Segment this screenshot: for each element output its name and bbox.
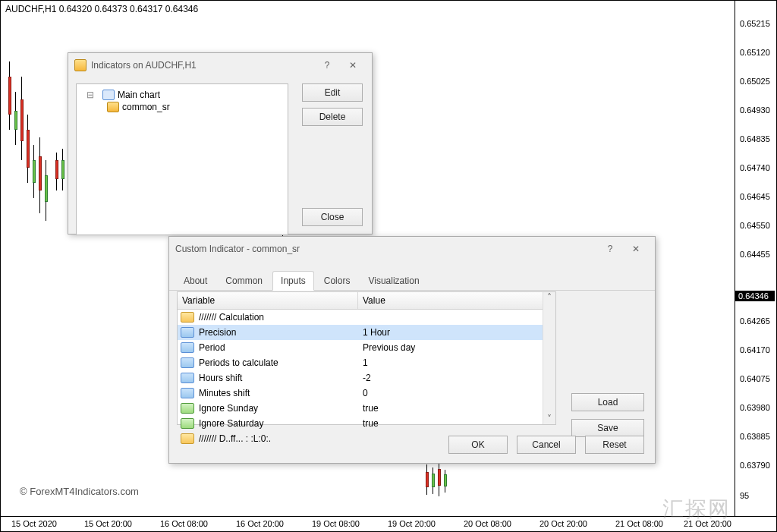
price-tick: 0.64645	[740, 192, 770, 201]
price-tick: 0.63980	[740, 403, 770, 412]
chart-icon	[102, 90, 115, 100]
type-icon	[181, 312, 194, 323]
price-tick: 0.64740	[740, 163, 770, 172]
cell-variable: Ignore Sunday	[197, 403, 360, 414]
price-tick: 0.65215	[740, 19, 770, 28]
scroll-up-icon[interactable]: ˄	[547, 292, 552, 303]
titlebar[interactable]: Indicators on AUDCHF,H1 ? ✕	[68, 53, 372, 77]
type-icon	[181, 373, 194, 383]
help-button[interactable]: ?	[597, 240, 623, 258]
inputs-grid[interactable]: Variable Value /////// CalculationPrecis…	[177, 291, 556, 425]
cell-value[interactable]: 1	[360, 357, 555, 368]
tab-common[interactable]: Common	[217, 271, 271, 291]
price-tick: 0.63885	[740, 432, 770, 441]
indicator-tree[interactable]: ⊟ Main chart common_sr	[76, 83, 288, 235]
cell-value[interactable]: true	[360, 418, 555, 429]
price-tick: 0.64455	[740, 250, 770, 259]
cancel-button[interactable]: Cancel	[517, 436, 576, 454]
type-icon	[181, 342, 194, 353]
cell-variable: Precision	[197, 327, 360, 338]
tab-bar: About Common Inputs Colors Visualization	[169, 270, 655, 291]
price-tick: 0.64930	[740, 105, 770, 115]
copyright-label: © ForexMT4Indicators.com	[20, 486, 139, 497]
price-tick: 0.64265	[740, 316, 770, 326]
price-tick: 0.64550	[740, 221, 770, 230]
edit-button[interactable]: Edit	[302, 83, 363, 102]
type-icon	[181, 388, 194, 398]
table-row[interactable]: PeriodPrevious day	[178, 340, 555, 355]
col-value[interactable]: Value	[358, 292, 555, 309]
price-tick: 0.63790	[740, 461, 770, 470]
close-icon[interactable]: ✕	[340, 56, 366, 74]
help-button[interactable]: ?	[314, 56, 340, 74]
tree-item[interactable]: common_sr	[81, 101, 283, 113]
close-icon[interactable]: ✕	[623, 240, 649, 258]
cell-value[interactable]: -2	[360, 373, 555, 383]
price-tick: 0.65025	[740, 77, 770, 86]
custom-indicator-dialog[interactable]: Custom Indicator - common_sr ? ✕ About C…	[168, 236, 656, 464]
cell-value[interactable]: true	[360, 403, 555, 414]
price-axis: 0.65215 0.65120 0.65025 0.64930 0.64835 …	[735, 1, 776, 516]
price-tick: 0.65120	[740, 48, 770, 57]
scrollbar[interactable]: ˄ ˅	[543, 292, 555, 424]
table-row[interactable]: /////// Calculation	[178, 310, 555, 325]
table-row[interactable]: Precision1 Hour	[178, 325, 555, 340]
dialog-title: Custom Indicator - common_sr	[175, 244, 300, 254]
delete-button[interactable]: Delete	[302, 108, 363, 126]
price-tick: 0.64835	[740, 134, 770, 143]
time-axis: 15 Oct 2020 15 Oct 20:00 16 Oct 08:00 16…	[1, 516, 776, 531]
reset-button[interactable]: Reset	[585, 436, 644, 454]
table-row[interactable]: Hours shift-2	[178, 370, 555, 386]
grid-header: Variable Value	[178, 292, 555, 310]
type-icon	[181, 403, 194, 414]
indicators-dialog[interactable]: Indicators on AUDCHF,H1 ? ✕ ⊟ Main chart…	[68, 52, 373, 235]
cell-value[interactable]: 1 Hour	[360, 327, 555, 338]
col-variable[interactable]: Variable	[178, 292, 358, 309]
cell-variable: Periods to calculate	[197, 357, 360, 368]
cell-variable: Ignore Saturday	[197, 418, 360, 429]
titlebar[interactable]: Custom Indicator - common_sr ? ✕	[169, 237, 655, 261]
watermark: 汇探网	[662, 495, 731, 524]
chart-symbol-label: AUDCHF,H1 0.64320 0.64373 0.64317 0.6434…	[5, 4, 198, 14]
save-button[interactable]: Save	[571, 419, 644, 437]
tree-item-label: common_sr	[122, 102, 170, 112]
indicator-icon	[107, 102, 119, 112]
ok-button[interactable]: OK	[448, 436, 508, 454]
tab-visualization[interactable]: Visualization	[360, 271, 427, 291]
tree-root[interactable]: ⊟ Main chart	[81, 89, 283, 101]
time-tick: 16 Oct 20:00	[236, 519, 284, 528]
load-button[interactable]: Load	[571, 393, 644, 411]
dialog-icon	[74, 59, 87, 71]
time-tick: 20 Oct 20:00	[539, 519, 587, 528]
collapse-icon[interactable]: ⊟	[81, 90, 99, 100]
type-icon	[181, 327, 194, 338]
time-tick: 20 Oct 08:00	[464, 519, 511, 528]
table-row[interactable]: Minutes shift0	[178, 386, 555, 401]
table-row[interactable]: Ignore Saturdaytrue	[178, 416, 555, 431]
close-button[interactable]: Close	[302, 208, 363, 226]
type-icon	[181, 433, 194, 444]
tab-about[interactable]: About	[175, 271, 215, 291]
tree-root-label: Main chart	[118, 90, 160, 100]
cell-variable: /////// Calculation	[197, 312, 360, 323]
cell-value[interactable]: 0	[360, 388, 555, 398]
dialog-title: Indicators on AUDCHF,H1	[91, 60, 197, 71]
cell-variable: Hours shift	[197, 373, 360, 383]
price-tick: 95	[740, 491, 749, 500]
time-tick: 15 Oct 20:00	[84, 519, 132, 528]
time-tick: 15 Oct 2020	[11, 519, 57, 528]
type-icon	[181, 357, 194, 368]
scroll-down-icon[interactable]: ˅	[547, 414, 552, 424]
table-row[interactable]: Periods to calculate1	[178, 355, 555, 370]
time-tick: 19 Oct 20:00	[388, 519, 436, 528]
cell-value[interactable]: Previous day	[360, 342, 555, 353]
time-tick: 21 Oct 08:00	[615, 519, 663, 528]
cell-variable: Period	[197, 342, 360, 353]
tab-inputs[interactable]: Inputs	[272, 271, 314, 291]
table-row[interactable]: Ignore Sundaytrue	[178, 401, 555, 416]
cell-variable: /////// D..ff... : :L:0:.	[197, 433, 360, 444]
tab-colors[interactable]: Colors	[316, 271, 359, 291]
time-tick: 19 Oct 08:00	[312, 519, 360, 528]
price-tick: 0.64075	[740, 374, 770, 383]
price-tick: 0.64170	[740, 345, 770, 354]
